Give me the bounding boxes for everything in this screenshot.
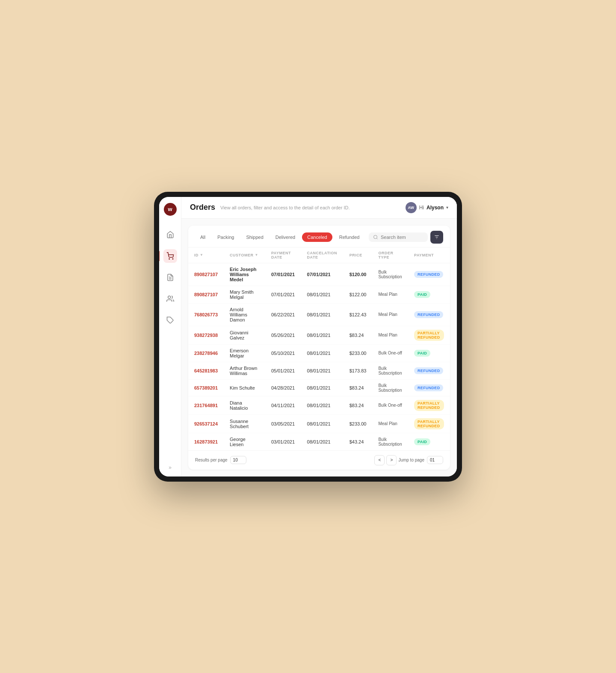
prev-page-button[interactable]: <	[374, 455, 385, 465]
main-content: Orders View all orders, filter and acces…	[181, 197, 457, 476]
col-id[interactable]: ID ▼	[188, 247, 224, 263]
device-inner: w »	[159, 197, 457, 476]
cell-payment: REFUNDED	[408, 362, 450, 379]
table-row[interactable]: 890827107 Eric Joseph Williams Medel 07/…	[188, 263, 450, 286]
search-input[interactable]	[381, 235, 424, 240]
cell-order-type: Bulk Subscription	[372, 263, 408, 286]
tab-packing[interactable]: Packing	[212, 232, 239, 242]
payment-badge: REFUNDED	[414, 367, 443, 374]
cell-price: $122.00	[344, 286, 373, 303]
chevron-down-icon: ▾	[446, 205, 448, 210]
jump-to-page-select[interactable]: 01 02	[427, 456, 443, 464]
cell-order-type: Bulk One-off	[372, 344, 408, 362]
tab-delivered[interactable]: Delivered	[270, 232, 300, 242]
table-row[interactable]: 890827107 Mary Smith Melgal 07/01/2021 0…	[188, 286, 450, 303]
cell-customer: Arnold Williams Damon	[224, 303, 265, 326]
cell-payment-date: 03/01/2021	[265, 433, 301, 450]
cell-cancel-date: 08/01/2021	[301, 433, 344, 450]
page-subtitle: View all orders, filter and access to th…	[220, 205, 406, 210]
cell-customer: Kim Schulte	[224, 379, 265, 396]
cell-payment-date: 04/11/2021	[265, 396, 301, 414]
cell-customer: Arthur Brown Willimas	[224, 362, 265, 379]
filter-button[interactable]	[430, 231, 443, 244]
sidebar-item-tags[interactable]	[163, 313, 177, 327]
table-row[interactable]: 768026773 Arnold Williams Damon 06/22/20…	[188, 303, 450, 326]
cell-payment-date: 07/01/2021	[265, 263, 301, 286]
cell-price: $122.43	[344, 303, 373, 326]
cell-payment-date: 06/22/2021	[265, 303, 301, 326]
payment-badge: REFUNDED	[414, 384, 443, 391]
cell-cancel-date: 07/01/2021	[301, 263, 344, 286]
cell-price: $233.00	[344, 344, 373, 362]
results-per-page-select[interactable]: 10 25 50	[230, 456, 246, 464]
payment-badge: REFUNDED	[414, 311, 443, 318]
sort-icon-customer: ▼	[255, 253, 258, 257]
table-row[interactable]: 238278946 Emerson Melgar 05/10/2021 08/0…	[188, 344, 450, 362]
cell-payment: PAID	[408, 286, 450, 303]
payment-badge: PARTIALLY REFUNDED	[414, 400, 444, 411]
cell-payment: PARTIALLY REFUNDED	[408, 326, 450, 344]
sidebar-item-orders[interactable]	[163, 249, 177, 263]
sidebar-expand-button[interactable]: »	[169, 465, 172, 471]
svg-point-0	[169, 259, 170, 259]
svg-line-7	[376, 238, 377, 239]
svg-point-1	[172, 259, 173, 259]
payment-badge: PARTIALLY REFUNDED	[414, 418, 444, 429]
tab-bar: All Packing Shipped Delivered Canceled R…	[188, 226, 450, 247]
tab-refunded[interactable]: Refunded	[334, 232, 365, 242]
cell-payment-date: 04/28/2021	[265, 379, 301, 396]
tab-shipped[interactable]: Shipped	[241, 232, 268, 242]
sort-icon-id: ▼	[200, 253, 203, 257]
next-page-button[interactable]: >	[386, 455, 397, 465]
cell-price: $43.24	[344, 433, 373, 450]
user-avatar: AW	[406, 202, 417, 213]
col-payment: Payment	[408, 247, 450, 263]
cell-payment-date: 05/10/2021	[265, 344, 301, 362]
cell-payment-date: 05/26/2021	[265, 326, 301, 344]
tab-canceled[interactable]: Canceled	[302, 232, 332, 242]
cell-price: $120.00	[344, 263, 373, 286]
cell-cancel-date: 08/01/2021	[301, 362, 344, 379]
cell-cancel-date: 08/01/2021	[301, 414, 344, 433]
cell-id: 768026773	[188, 303, 224, 326]
sidebar-item-reports[interactable]	[163, 271, 177, 284]
search-input-wrap[interactable]	[369, 232, 428, 242]
cell-payment-date: 03/05/2021	[265, 414, 301, 433]
user-name: Alyson	[426, 205, 444, 211]
cell-cancel-date: 08/01/2021	[301, 326, 344, 344]
table-row[interactable]: 926537124 Susanne Schubert 03/05/2021 08…	[188, 414, 450, 433]
payment-badge: PAID	[414, 291, 430, 298]
col-price: Price	[344, 247, 373, 263]
jump-to-page: Jump to page 01 02	[398, 456, 443, 464]
cell-id: 238278946	[188, 344, 224, 362]
col-cancel-date: Cancelation Date	[301, 247, 344, 263]
cell-id: 657389201	[188, 379, 224, 396]
table-row[interactable]: 231764891 Diana Natalicio 04/11/2021 08/…	[188, 396, 450, 414]
cell-id: 231764891	[188, 396, 224, 414]
cell-order-type: Meal Plan	[372, 326, 408, 344]
cell-payment: REFUNDED	[408, 303, 450, 326]
cell-payment: PARTIALLY REFUNDED	[408, 396, 450, 414]
table-row[interactable]: 645281983 Arthur Brown Willimas 05/01/20…	[188, 362, 450, 379]
table-row[interactable]: 657389201 Kim Schulte 04/28/2021 08/01/2…	[188, 379, 450, 396]
user-menu[interactable]: AW Hi Alyson ▾	[406, 202, 448, 213]
table-row[interactable]: 938272938 Giovanni Galvez 05/26/2021 08/…	[188, 326, 450, 344]
svg-point-6	[374, 235, 377, 238]
cell-cancel-date: 08/01/2021	[301, 286, 344, 303]
pagination-nav: < > Jump to page 01 02	[374, 455, 443, 465]
table-header-row: ID ▼ Customer ▼	[188, 247, 450, 263]
results-per-page-label: Results per page	[195, 458, 228, 462]
search-icon	[373, 235, 378, 240]
cell-id: 926537124	[188, 414, 224, 433]
table-row[interactable]: 162873921 George Liesen 03/01/2021 08/01…	[188, 433, 450, 450]
sidebar-item-users[interactable]	[163, 292, 177, 306]
cell-order-type: Meal Plan	[372, 303, 408, 326]
device-frame: w »	[154, 192, 462, 482]
sidebar-item-home[interactable]	[163, 228, 177, 241]
cell-customer: Mary Smith Melgal	[224, 286, 265, 303]
cell-order-type: Bulk Subscription	[372, 379, 408, 396]
col-payment-date: Payment Date	[265, 247, 301, 263]
tab-all[interactable]: All	[195, 232, 210, 242]
hi-text: Hi	[419, 205, 424, 211]
col-customer[interactable]: Customer ▼	[224, 247, 265, 263]
